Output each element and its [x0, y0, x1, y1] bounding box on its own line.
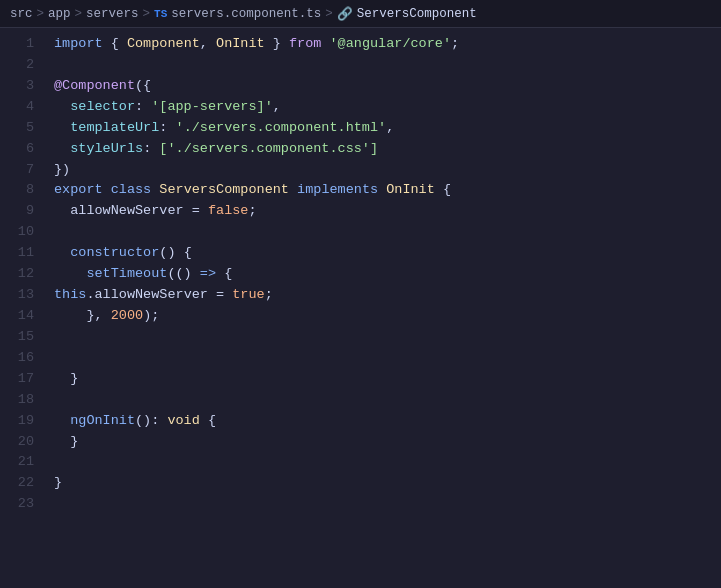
line-number-15: 15: [0, 327, 48, 348]
token-arrow: =>: [200, 266, 216, 281]
token-punc: [103, 182, 111, 197]
token-punc: =: [208, 287, 232, 302]
line-number-14: 14: [0, 306, 48, 327]
line-number-21: 21: [0, 452, 48, 473]
code-line-13: this.allowNewServer = true;: [54, 285, 721, 306]
token-number: 2000: [111, 308, 143, 323]
line-number-2: 2: [0, 55, 48, 76]
token-prop-access: allowNewServer: [95, 287, 208, 302]
token-bool: false: [208, 203, 249, 218]
token-punc: [289, 182, 297, 197]
ts-icon: TS: [154, 8, 167, 20]
line-number-7: 7: [0, 160, 48, 181]
token-kw: implements: [297, 182, 378, 197]
breadcrumb-servers[interactable]: servers: [86, 7, 139, 21]
breadcrumb-app[interactable]: app: [48, 7, 71, 21]
code-line-5: templateUrl: './servers.component.html',: [54, 118, 721, 139]
line-number-8: 8: [0, 180, 48, 201]
token-punc: }: [54, 371, 78, 386]
breadcrumb-src[interactable]: src: [10, 7, 33, 21]
code-line-9: allowNewServer = false;: [54, 201, 721, 222]
token-punc: ;: [248, 203, 256, 218]
code-line-15: [54, 327, 721, 348]
token-bool: true: [232, 287, 264, 302]
breadcrumb-sep-4: >: [325, 7, 333, 21]
token-punc: ,: [386, 120, 394, 135]
code-line-1: import { Component, OnInit } from '@angu…: [54, 34, 721, 55]
line-number-10: 10: [0, 222, 48, 243]
token-punc: }: [54, 434, 78, 449]
line-number-16: 16: [0, 348, 48, 369]
line-number-4: 4: [0, 97, 48, 118]
token-punc: [54, 99, 70, 114]
code-content[interactable]: import { Component, OnInit } from '@angu…: [48, 28, 721, 588]
breadcrumb-sep-3: >: [143, 7, 151, 21]
token-punc: {: [435, 182, 451, 197]
code-line-2: [54, 55, 721, 76]
code-line-23: [54, 494, 721, 515]
code-line-22: }: [54, 473, 721, 494]
line-number-5: 5: [0, 118, 48, 139]
token-punc: [378, 182, 386, 197]
line-number-1: 1: [0, 34, 48, 55]
token-string: '[app-servers]': [151, 99, 273, 114]
token-punc: [54, 203, 70, 218]
token-punc: [54, 413, 70, 428]
line-number-3: 3: [0, 76, 48, 97]
line-number-17: 17: [0, 369, 48, 390]
token-class-name: Component: [127, 36, 200, 51]
code-line-19: ngOnInit(): void {: [54, 411, 721, 432]
line-number-13: 13: [0, 285, 48, 306]
token-punc: ;: [451, 36, 459, 51]
token-punc: .: [86, 287, 94, 302]
token-class-name: OnInit: [216, 36, 265, 51]
token-kw: import: [54, 36, 103, 51]
line-numbers: 1234567891011121314151617181920212223: [0, 28, 48, 588]
line-number-9: 9: [0, 201, 48, 222]
token-property: selector: [70, 99, 135, 114]
token-punc: :: [143, 141, 159, 156]
token-punc: {: [216, 266, 232, 281]
token-punc: [54, 120, 70, 135]
token-punc: ():: [135, 413, 167, 428]
breadcrumb-sep-2: >: [75, 7, 83, 21]
code-line-14: }, 2000);: [54, 306, 721, 327]
token-punc: () {: [159, 245, 191, 260]
token-punc: ((): [167, 266, 199, 281]
breadcrumb-sep-1: >: [37, 7, 45, 21]
token-string: ['./servers.component.css']: [159, 141, 378, 156]
breadcrumb-file[interactable]: servers.component.ts: [171, 7, 321, 21]
code-line-6: styleUrls: ['./servers.component.css']: [54, 139, 721, 160]
code-line-20: }: [54, 432, 721, 453]
token-punc: ,: [200, 36, 216, 51]
token-punc: ({: [135, 78, 151, 93]
code-line-7: }): [54, 160, 721, 181]
code-line-4: selector: '[app-servers]',: [54, 97, 721, 118]
token-punc: }: [265, 36, 289, 51]
token-punc: =: [184, 203, 208, 218]
code-line-18: [54, 390, 721, 411]
line-number-12: 12: [0, 264, 48, 285]
code-line-11: constructor() {: [54, 243, 721, 264]
component-icon: 🔗: [337, 6, 353, 22]
token-string: '@angular/core': [329, 36, 451, 51]
breadcrumb-component[interactable]: ServersComponent: [357, 7, 477, 21]
token-fn-name: setTimeout: [86, 266, 167, 281]
token-kw-control: from: [289, 36, 321, 51]
line-number-20: 20: [0, 432, 48, 453]
code-line-17: }: [54, 369, 721, 390]
token-punc: }): [54, 162, 70, 177]
line-number-19: 19: [0, 411, 48, 432]
token-punc: :: [135, 99, 151, 114]
token-this-kw: this: [54, 287, 86, 302]
code-line-10: [54, 222, 721, 243]
token-punc: );: [143, 308, 159, 323]
token-punc: {: [103, 36, 127, 51]
token-decorator: @Component: [54, 78, 135, 93]
code-line-16: [54, 348, 721, 369]
token-punc: [54, 245, 70, 260]
code-line-3: @Component({: [54, 76, 721, 97]
token-type: void: [167, 413, 199, 428]
token-punc: {: [200, 413, 216, 428]
token-kw: export: [54, 182, 103, 197]
